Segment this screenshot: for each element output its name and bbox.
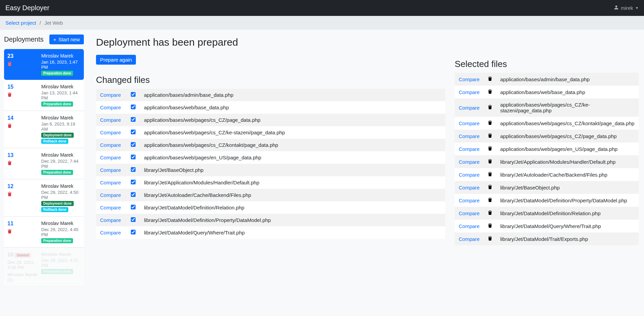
delete-icon[interactable] <box>7 191 41 198</box>
file-path: application/bases/admin/base_data.php <box>496 73 639 86</box>
selected-file-row: Compare application/bases/web/pages/cs_C… <box>455 98 639 117</box>
remove-file-icon[interactable] <box>484 232 496 245</box>
delete-icon[interactable] <box>7 123 41 129</box>
status-badge: Preparation done <box>41 269 73 274</box>
file-path: library/Jet/Application/Modules/Handler/… <box>140 176 445 189</box>
compare-link[interactable]: Compare <box>455 155 484 168</box>
deployment-number: 11 <box>7 221 41 227</box>
delete-icon[interactable] <box>7 229 41 235</box>
status-badge: Preparation done <box>41 170 73 175</box>
remove-file-icon[interactable] <box>484 181 496 194</box>
deployment-item[interactable]: 15 Miroslav Marek Jan 13, 2023, 1:44 PM … <box>4 80 84 111</box>
file-path: library/Jet/Autoloader/Cache/Backend/Fil… <box>496 168 639 181</box>
compare-link[interactable]: Compare <box>455 181 484 194</box>
file-path: library/Jet/DataModel/Query/Where/Trait.… <box>496 220 639 232</box>
compare-link[interactable]: Compare <box>455 73 484 86</box>
deployment-author: Miroslav Marek <box>41 221 80 226</box>
deployment-author: Miroslav Marek <box>41 53 80 59</box>
changed-file-row: Compare application/bases/web/pages/en_U… <box>96 151 445 164</box>
compare-link[interactable]: Compare <box>96 164 126 176</box>
compare-link[interactable]: Compare <box>455 232 484 245</box>
remove-file-icon[interactable] <box>484 117 496 130</box>
file-checkbox[interactable] <box>131 230 136 234</box>
compare-link[interactable]: Compare <box>96 151 126 164</box>
compare-link[interactable]: Compare <box>455 86 484 98</box>
deployment-item[interactable]: 14 Miroslav Marek Jan 6, 2023, 9:19 AM D… <box>4 111 84 148</box>
deleted-by: Miroslav Marek (1) <box>7 272 41 282</box>
deployment-number: 13 <box>7 152 41 158</box>
breadcrumb-current: Jet Web <box>44 20 63 26</box>
compare-link[interactable]: Compare <box>96 176 126 189</box>
file-checkbox[interactable] <box>131 180 136 184</box>
compare-link[interactable]: Compare <box>96 139 126 151</box>
deployment-author: Miroslav Marek <box>41 252 80 257</box>
deployment-item-deleted: 10 Deleted Dec 29, 2022, 4:39 PM Mirosla… <box>4 248 84 287</box>
start-new-button[interactable]: + Start new <box>49 35 84 44</box>
file-path: application/bases/web/base_data.php <box>496 86 639 98</box>
file-checkbox[interactable] <box>131 217 136 222</box>
remove-file-icon[interactable] <box>484 86 496 98</box>
status-badge: Rollback done <box>41 139 68 144</box>
compare-link[interactable]: Compare <box>96 126 126 139</box>
file-checkbox[interactable] <box>131 130 136 134</box>
remove-file-icon[interactable] <box>484 168 496 181</box>
file-path: library/Jet/Application/Modules/Handler/… <box>496 155 639 168</box>
user-icon <box>614 5 619 11</box>
file-path: library/Jet/DataModel/Definition/Propert… <box>496 194 639 207</box>
file-path: application/bases/web/pages/cs_CZ/kontak… <box>496 117 639 130</box>
compare-link[interactable]: Compare <box>455 142 484 155</box>
compare-link[interactable]: Compare <box>455 98 484 117</box>
compare-link[interactable]: Compare <box>96 214 126 226</box>
remove-file-icon[interactable] <box>484 155 496 168</box>
deployment-item[interactable]: 13 Miroslav Marek Dec 29, 2022, 7:44 PM … <box>4 148 84 179</box>
remove-file-icon[interactable] <box>484 98 496 117</box>
compare-link[interactable]: Compare <box>96 101 126 114</box>
compare-link[interactable]: Compare <box>455 117 484 130</box>
remove-file-icon[interactable] <box>484 73 496 86</box>
selected-file-row: Compare library/Jet/Application/Modules/… <box>455 155 639 168</box>
breadcrumb-link[interactable]: Select project <box>5 20 36 26</box>
file-checkbox[interactable] <box>131 155 136 159</box>
compare-link[interactable]: Compare <box>455 207 484 220</box>
user-menu[interactable]: mirek ▼ <box>614 5 639 11</box>
delete-icon[interactable] <box>7 92 41 98</box>
file-checkbox[interactable] <box>131 105 136 109</box>
changed-file-row: Compare library/Jet/DataModel/Query/Wher… <box>96 226 445 239</box>
deployment-author: Miroslav Marek <box>41 152 80 158</box>
changed-file-row: Compare application/bases/web/pages/cs_C… <box>96 139 445 151</box>
remove-file-icon[interactable] <box>484 130 496 142</box>
compare-link[interactable]: Compare <box>96 114 126 126</box>
file-checkbox[interactable] <box>131 205 136 209</box>
selected-file-row: Compare library/Jet/DataModel/Trait/Expo… <box>455 232 639 245</box>
changed-file-row: Compare library/Jet/DataModel/Definition… <box>96 201 445 214</box>
file-path: application/bases/web/pages/cs_CZ/page_d… <box>140 114 445 126</box>
compare-link[interactable]: Compare <box>96 201 126 214</box>
deployment-number: 12 <box>7 183 41 189</box>
remove-file-icon[interactable] <box>484 142 496 155</box>
file-checkbox[interactable] <box>131 192 136 197</box>
breadcrumb: Select project / Jet Web <box>0 16 644 30</box>
remove-file-icon[interactable] <box>484 207 496 220</box>
compare-link[interactable]: Compare <box>96 226 126 239</box>
compare-link[interactable]: Compare <box>96 189 126 201</box>
file-checkbox[interactable] <box>131 167 136 172</box>
delete-icon[interactable] <box>7 160 41 166</box>
compare-link[interactable]: Compare <box>455 194 484 207</box>
file-checkbox[interactable] <box>131 142 136 147</box>
selected-file-row: Compare application/bases/admin/base_dat… <box>455 73 639 86</box>
compare-link[interactable]: Compare <box>96 89 126 101</box>
deployment-item[interactable]: 12 Miroslav Marek Dec 29, 2022, 4:50 PM … <box>4 179 84 217</box>
remove-file-icon[interactable] <box>484 220 496 232</box>
compare-link[interactable]: Compare <box>455 168 484 181</box>
delete-icon[interactable] <box>7 61 41 67</box>
compare-link[interactable]: Compare <box>455 220 484 232</box>
file-checkbox[interactable] <box>131 117 136 122</box>
selected-file-row: Compare library/Jet/Autoloader/Cache/Bac… <box>455 168 639 181</box>
file-checkbox[interactable] <box>131 92 136 97</box>
prepare-again-button[interactable]: Prepare again <box>96 55 136 65</box>
status-badge: Preparation done <box>41 101 73 107</box>
compare-link[interactable]: Compare <box>455 130 484 142</box>
deployment-item[interactable]: 11 Miroslav Marek Dec 29, 2022, 4:45 PM … <box>4 217 84 248</box>
remove-file-icon[interactable] <box>484 194 496 207</box>
deployment-item[interactable]: 23 Miroslav Marek Jan 16, 2023, 1:47 PM … <box>4 49 84 80</box>
